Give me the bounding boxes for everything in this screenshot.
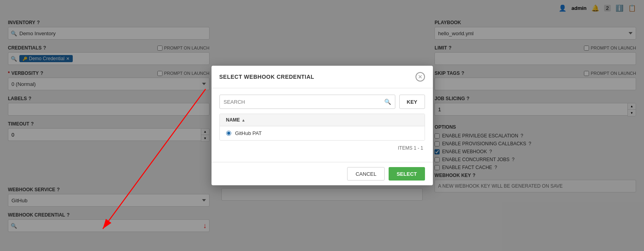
sort-icon: ▲	[242, 118, 246, 122]
modal-table-row-label: GitHub PAT	[235, 130, 262, 136]
modal-table-header: NAME ▲	[220, 114, 425, 126]
modal-key-button[interactable]: KEY	[399, 95, 425, 109]
modal-table-row-radio[interactable]	[226, 131, 231, 136]
modal-body: 🔍 KEY NAME ▲ GitHub PAT ITEMS 1 - 1	[212, 88, 433, 162]
modal-table-row[interactable]: GitHub PAT	[220, 126, 425, 140]
modal-items-count: ITEMS 1 - 1	[219, 145, 425, 151]
modal-search-input[interactable]	[224, 99, 384, 105]
modal-table: NAME ▲ GitHub PAT	[219, 114, 425, 141]
modal-select-button[interactable]: SELECT	[389, 167, 425, 181]
modal-title: SELECT WEBHOOK CREDENTIAL	[219, 74, 314, 80]
modal-search-icon: 🔍	[384, 99, 391, 105]
modal-overlay: SELECT WEBHOOK CREDENTIAL ✕ 🔍 KEY NAME ▲	[0, 0, 644, 251]
modal-cancel-button[interactable]: CANCEL	[347, 167, 385, 181]
modal-footer: CANCEL SELECT	[212, 162, 433, 185]
modal-search-box[interactable]: 🔍	[219, 95, 395, 109]
modal-header: SELECT WEBHOOK CREDENTIAL ✕	[212, 66, 433, 88]
modal-col-name-header[interactable]: NAME ▲	[226, 117, 246, 123]
webhook-credential-modal: SELECT WEBHOOK CREDENTIAL ✕ 🔍 KEY NAME ▲	[212, 66, 433, 185]
modal-close-button[interactable]: ✕	[415, 72, 425, 82]
modal-search-row: 🔍 KEY	[219, 95, 425, 109]
